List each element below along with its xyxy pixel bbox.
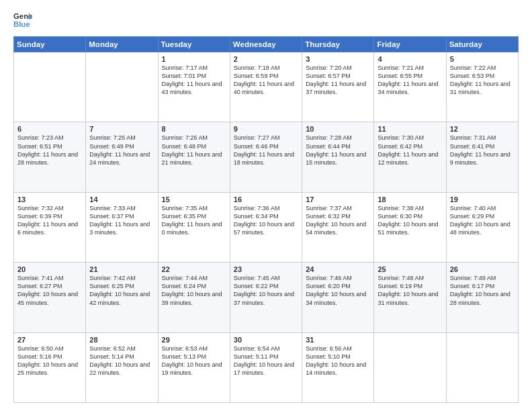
calendar-cell: 29Sunrise: 6:53 AM Sunset: 5:13 PM Dayli… [158,332,230,402]
col-header-sunday: Sunday [14,37,86,52]
cell-sun-info: Sunrise: 7:45 AM Sunset: 6:22 PM Dayligh… [234,274,298,307]
header: General Blue [13,11,519,30]
calendar-cell: 30Sunrise: 6:54 AM Sunset: 5:11 PM Dayli… [230,332,302,402]
day-number: 18 [378,195,442,203]
cell-sun-info: Sunrise: 7:18 AM Sunset: 6:59 PM Dayligh… [234,64,298,97]
calendar-cell: 11Sunrise: 7:30 AM Sunset: 6:42 PM Dayli… [374,122,446,192]
calendar-cell: 15Sunrise: 7:35 AM Sunset: 6:35 PM Dayli… [158,192,230,262]
day-number: 14 [89,195,154,203]
cell-sun-info: Sunrise: 7:38 AM Sunset: 6:30 PM Dayligh… [378,204,442,237]
col-header-thursday: Thursday [302,37,374,52]
calendar-cell: 20Sunrise: 7:41 AM Sunset: 6:27 PM Dayli… [14,263,86,332]
logo: General Blue [13,11,32,30]
day-number: 30 [234,336,298,344]
cell-sun-info: Sunrise: 6:52 AM Sunset: 5:14 PM Dayligh… [89,345,154,377]
cell-sun-info: Sunrise: 7:28 AM Sunset: 6:44 PM Dayligh… [306,134,370,167]
calendar-cell: 14Sunrise: 7:33 AM Sunset: 6:37 PM Dayli… [86,192,158,262]
calendar-cell: 4Sunrise: 7:21 AM Sunset: 6:55 PM Daylig… [374,52,446,122]
cell-sun-info: Sunrise: 7:27 AM Sunset: 6:46 PM Dayligh… [234,134,298,167]
calendar-cell [446,332,518,402]
calendar-cell: 17Sunrise: 7:37 AM Sunset: 6:32 PM Dayli… [302,192,374,262]
day-number: 3 [306,55,370,63]
logo-icon: General Blue [13,11,32,30]
col-header-monday: Monday [86,37,158,52]
calendar-cell: 22Sunrise: 7:44 AM Sunset: 6:24 PM Dayli… [158,263,230,332]
day-number: 8 [162,125,226,133]
calendar-cell: 8Sunrise: 7:26 AM Sunset: 6:48 PM Daylig… [158,122,230,192]
day-number: 16 [234,195,298,203]
day-number: 11 [378,125,442,133]
calendar-cell [14,52,86,122]
day-number: 5 [450,55,515,63]
calendar-week-5: 27Sunrise: 6:50 AM Sunset: 5:16 PM Dayli… [14,332,519,402]
day-number: 29 [162,336,226,344]
calendar-cell: 5Sunrise: 7:22 AM Sunset: 6:53 PM Daylig… [446,52,518,122]
calendar-cell: 1Sunrise: 7:17 AM Sunset: 7:01 PM Daylig… [158,52,230,122]
day-number: 10 [306,125,370,133]
day-number: 17 [306,195,370,203]
cell-sun-info: Sunrise: 7:41 AM Sunset: 6:27 PM Dayligh… [17,274,82,307]
cell-sun-info: Sunrise: 7:25 AM Sunset: 6:49 PM Dayligh… [89,134,154,167]
page: General Blue SundayMondayTuesdayWednesda… [0,0,532,411]
col-header-wednesday: Wednesday [230,37,302,52]
day-number: 1 [162,55,226,63]
cell-sun-info: Sunrise: 7:33 AM Sunset: 6:37 PM Dayligh… [89,204,154,237]
day-number: 7 [89,125,154,133]
calendar-cell: 10Sunrise: 7:28 AM Sunset: 6:44 PM Dayli… [302,122,374,192]
calendar-cell: 27Sunrise: 6:50 AM Sunset: 5:16 PM Dayli… [14,332,86,402]
day-number: 6 [17,125,82,133]
calendar-cell: 16Sunrise: 7:36 AM Sunset: 6:34 PM Dayli… [230,192,302,262]
day-number: 25 [378,265,442,273]
day-number: 28 [89,336,154,344]
cell-sun-info: Sunrise: 7:46 AM Sunset: 6:20 PM Dayligh… [306,274,370,307]
cell-sun-info: Sunrise: 7:30 AM Sunset: 6:42 PM Dayligh… [378,134,442,167]
calendar-cell: 9Sunrise: 7:27 AM Sunset: 6:46 PM Daylig… [230,122,302,192]
calendar-cell: 3Sunrise: 7:20 AM Sunset: 6:57 PM Daylig… [302,52,374,122]
cell-sun-info: Sunrise: 7:42 AM Sunset: 6:25 PM Dayligh… [89,274,154,307]
col-header-saturday: Saturday [446,37,518,52]
calendar-cell: 7Sunrise: 7:25 AM Sunset: 6:49 PM Daylig… [86,122,158,192]
calendar-cell: 23Sunrise: 7:45 AM Sunset: 6:22 PM Dayli… [230,263,302,332]
calendar-cell: 13Sunrise: 7:32 AM Sunset: 6:39 PM Dayli… [14,192,86,262]
cell-sun-info: Sunrise: 7:23 AM Sunset: 6:51 PM Dayligh… [17,134,82,167]
cell-sun-info: Sunrise: 6:50 AM Sunset: 5:16 PM Dayligh… [17,345,82,377]
calendar-cell: 31Sunrise: 6:56 AM Sunset: 5:10 PM Dayli… [302,332,374,402]
day-number: 4 [378,55,442,63]
calendar-cell: 18Sunrise: 7:38 AM Sunset: 6:30 PM Dayli… [374,192,446,262]
calendar-cell: 2Sunrise: 7:18 AM Sunset: 6:59 PM Daylig… [230,52,302,122]
cell-sun-info: Sunrise: 7:21 AM Sunset: 6:55 PM Dayligh… [378,64,442,97]
day-number: 2 [234,55,298,63]
calendar-cell: 28Sunrise: 6:52 AM Sunset: 5:14 PM Dayli… [86,332,158,402]
day-number: 27 [17,336,82,344]
calendar-cell: 25Sunrise: 7:48 AM Sunset: 6:19 PM Dayli… [374,263,446,332]
cell-sun-info: Sunrise: 6:53 AM Sunset: 5:13 PM Dayligh… [162,345,226,377]
cell-sun-info: Sunrise: 6:54 AM Sunset: 5:11 PM Dayligh… [234,345,298,377]
calendar-cell: 21Sunrise: 7:42 AM Sunset: 6:25 PM Dayli… [86,263,158,332]
calendar-week-1: 1Sunrise: 7:17 AM Sunset: 7:01 PM Daylig… [14,52,519,122]
calendar-cell: 26Sunrise: 7:49 AM Sunset: 6:17 PM Dayli… [446,263,518,332]
cell-sun-info: Sunrise: 7:32 AM Sunset: 6:39 PM Dayligh… [17,204,82,237]
col-header-friday: Friday [374,37,446,52]
cell-sun-info: Sunrise: 6:56 AM Sunset: 5:10 PM Dayligh… [306,345,370,377]
calendar-week-4: 20Sunrise: 7:41 AM Sunset: 6:27 PM Dayli… [14,263,519,332]
cell-sun-info: Sunrise: 7:35 AM Sunset: 6:35 PM Dayligh… [162,204,226,237]
col-header-tuesday: Tuesday [158,37,230,52]
calendar-cell: 19Sunrise: 7:40 AM Sunset: 6:29 PM Dayli… [446,192,518,262]
calendar-cell: 6Sunrise: 7:23 AM Sunset: 6:51 PM Daylig… [14,122,86,192]
day-number: 21 [89,265,154,273]
svg-text:Blue: Blue [13,20,30,28]
cell-sun-info: Sunrise: 7:40 AM Sunset: 6:29 PM Dayligh… [450,204,515,237]
day-header-row: SundayMondayTuesdayWednesdayThursdayFrid… [14,37,519,52]
day-number: 26 [450,265,515,273]
day-number: 20 [17,265,82,273]
calendar-cell: 24Sunrise: 7:46 AM Sunset: 6:20 PM Dayli… [302,263,374,332]
cell-sun-info: Sunrise: 7:20 AM Sunset: 6:57 PM Dayligh… [306,64,370,97]
calendar-week-2: 6Sunrise: 7:23 AM Sunset: 6:51 PM Daylig… [14,122,519,192]
day-number: 13 [17,195,82,203]
day-number: 31 [306,336,370,344]
cell-sun-info: Sunrise: 7:49 AM Sunset: 6:17 PM Dayligh… [450,274,515,307]
cell-sun-info: Sunrise: 7:31 AM Sunset: 6:41 PM Dayligh… [450,134,515,167]
day-number: 24 [306,265,370,273]
cell-sun-info: Sunrise: 7:37 AM Sunset: 6:32 PM Dayligh… [306,204,370,237]
cell-sun-info: Sunrise: 7:17 AM Sunset: 7:01 PM Dayligh… [162,64,226,97]
